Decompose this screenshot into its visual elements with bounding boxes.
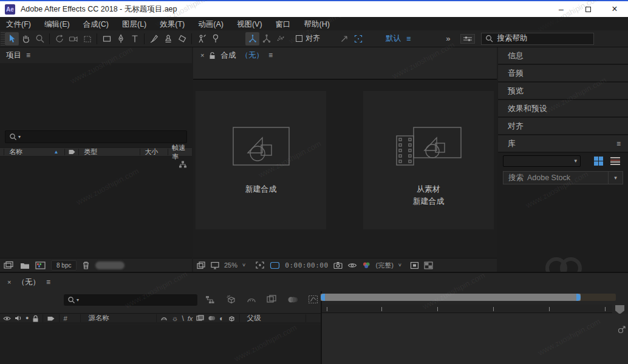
lock-icon[interactable]: [209, 52, 216, 59]
column-type[interactable]: 类型: [79, 147, 139, 157]
effects-switch-icon[interactable]: fx: [188, 315, 193, 322]
panel-tab-audio[interactable]: 音频: [498, 65, 628, 81]
graph-editor-icon[interactable]: [308, 295, 318, 304]
quality-switch-icon[interactable]: \: [182, 315, 183, 322]
region-of-interest-icon[interactable]: [255, 261, 265, 269]
adjustment-layer-switch-icon[interactable]: ◐: [219, 315, 224, 322]
pen-tool-button[interactable]: [114, 32, 128, 46]
menu-file[interactable]: 文件(F): [6, 19, 31, 30]
panel-menu-icon[interactable]: ≡: [26, 52, 30, 59]
fast-previews-icon[interactable]: [410, 261, 419, 269]
draft-3d-icon[interactable]: [226, 295, 236, 304]
help-search-input[interactable]: 搜索帮助: [481, 33, 594, 45]
bit-depth-button[interactable]: 8 bpc: [51, 260, 77, 271]
resolution-value[interactable]: (完整): [376, 261, 394, 270]
minimize-button[interactable]: –: [548, 1, 575, 17]
timeline-tab-none[interactable]: （无）: [17, 277, 40, 288]
puppet-pin-tool-button[interactable]: [208, 32, 222, 46]
new-composition-card[interactable]: 新建合成: [196, 91, 326, 229]
timecode-display[interactable]: 0:00:00:00: [285, 261, 328, 269]
composition-tab-none[interactable]: （无）: [241, 50, 264, 61]
eraser-tool-button[interactable]: [175, 32, 189, 46]
tab-close-icon[interactable]: ×: [200, 52, 204, 59]
lock-icon[interactable]: [32, 315, 39, 322]
brush-tool-button[interactable]: [147, 32, 161, 46]
panel-tab-preview[interactable]: 预览: [498, 83, 628, 99]
workspace-menu-icon[interactable]: ≡: [406, 35, 411, 43]
timeline-search-input[interactable]: ▾: [64, 294, 197, 306]
trash-icon[interactable]: [82, 261, 90, 269]
adobe-stock-search-input[interactable]: 搜索 Adobe Stock: [503, 171, 609, 184]
rotation-tool-button[interactable]: [52, 32, 66, 46]
menu-window[interactable]: 窗口: [276, 19, 291, 30]
project-search-input[interactable]: ▾: [5, 130, 187, 143]
timeline-layer-list[interactable]: [0, 324, 321, 364]
hand-tool-button[interactable]: [19, 32, 33, 46]
scrollbar-left-handle[interactable]: [321, 294, 325, 301]
workspace-switcher[interactable]: 默认 ≡: [386, 33, 411, 44]
list-view-button[interactable]: [610, 157, 620, 166]
maximize-button[interactable]: [575, 1, 601, 17]
selection-tool-button[interactable]: [5, 32, 19, 46]
menu-edit[interactable]: 编辑(E): [44, 19, 70, 30]
column-source-name[interactable]: 源名称: [84, 314, 152, 323]
search-options-chevron-icon[interactable]: ▾: [18, 135, 21, 140]
menu-composition[interactable]: 合成(C): [83, 19, 109, 30]
panel-menu-icon[interactable]: ≡: [268, 52, 273, 59]
toolbar-grip[interactable]: [1, 32, 5, 46]
new-composition-from-footage-card[interactable]: 从素材 新建合成: [363, 91, 494, 229]
world-axis-mode-button[interactable]: [259, 32, 273, 46]
monitor-icon[interactable]: [211, 261, 219, 269]
panel-tab-info[interactable]: 信息: [498, 47, 628, 64]
library-select-dropdown[interactable]: ▾: [503, 155, 581, 167]
panel-tab-effects-presets[interactable]: 效果和预设: [498, 100, 628, 116]
column-size[interactable]: 大小: [140, 147, 168, 157]
column-name[interactable]: 名称: [4, 147, 53, 157]
interpret-footage-icon[interactable]: [4, 261, 15, 269]
close-button[interactable]: ×: [601, 1, 628, 17]
panel-tab-align[interactable]: 对齐: [498, 118, 628, 134]
magnification-chevron-icon[interactable]: ˅: [242, 263, 245, 268]
search-options-chevron-icon[interactable]: ▾: [77, 298, 79, 303]
project-flowchart-icon[interactable]: [179, 160, 187, 169]
label-tag-icon[interactable]: [47, 315, 55, 322]
new-composition-icon[interactable]: [35, 261, 46, 269]
clone-stamp-tool-button[interactable]: [161, 32, 175, 46]
snap-checkbox[interactable]: [296, 35, 302, 42]
snapshot-camera-icon[interactable]: [333, 261, 343, 269]
menu-view[interactable]: 视图(V): [237, 19, 262, 30]
video-eye-icon[interactable]: [3, 315, 11, 322]
project-tab[interactable]: 项目: [6, 50, 21, 61]
transparency-grid-icon[interactable]: [424, 261, 433, 269]
workspace-settings-button[interactable]: [460, 34, 475, 44]
show-snapshot-eye-icon[interactable]: [347, 262, 357, 269]
panel-menu-icon[interactable]: ≡: [46, 278, 50, 286]
pan-behind-tool-button[interactable]: [80, 32, 94, 46]
solo-icon[interactable]: ●: [26, 315, 29, 321]
magnification-value[interactable]: 25%: [224, 261, 237, 269]
stock-search-scope-dropdown[interactable]: ▾: [609, 171, 623, 184]
frame-blend-switch-icon[interactable]: [196, 315, 204, 322]
panel-menu-icon[interactable]: ≡: [616, 140, 621, 147]
resolution-chevron-icon[interactable]: ˅: [398, 263, 401, 268]
panel-tab-libraries[interactable]: 库 ≡: [498, 135, 628, 152]
column-framerate[interactable]: 帧速率: [168, 143, 192, 161]
choose-grid-guide-icon[interactable]: [270, 261, 280, 269]
always-preview-icon[interactable]: [197, 261, 206, 269]
view-axis-mode-button[interactable]: [273, 32, 287, 46]
new-folder-icon[interactable]: [20, 261, 30, 269]
tab-close-icon[interactable]: ×: [7, 279, 11, 286]
region-of-interest-button[interactable]: [351, 32, 365, 46]
menu-layer[interactable]: 图层(L): [122, 19, 146, 30]
snap-toggle[interactable]: 对齐: [296, 33, 320, 44]
column-number[interactable]: #: [63, 315, 77, 322]
collapse-transformations-icon[interactable]: ☼: [171, 315, 178, 322]
menu-help[interactable]: 帮助(H): [304, 19, 330, 30]
cube-3d-switch-icon[interactable]: [228, 315, 236, 322]
menu-effect[interactable]: 效果(T): [160, 19, 185, 30]
comp-button-icon[interactable]: [617, 325, 626, 334]
composition-mini-flowchart-icon[interactable]: [205, 295, 216, 304]
type-tool-button[interactable]: [128, 32, 142, 46]
column-parent[interactable]: 父级: [244, 314, 302, 323]
show-channel-rgb-icon[interactable]: [362, 261, 371, 269]
